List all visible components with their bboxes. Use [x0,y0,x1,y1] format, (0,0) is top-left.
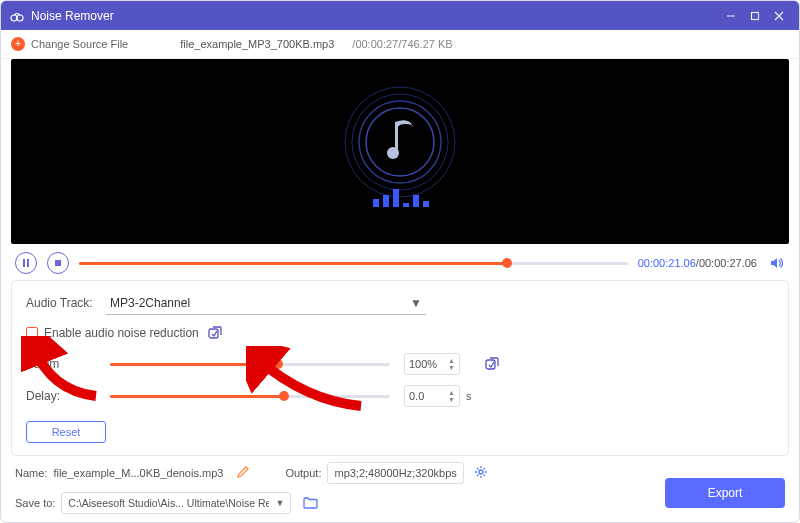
save-to-label: Save to: [15,497,55,509]
volume-slider[interactable] [110,356,390,372]
settings-panel: Audio Track: MP3-2Channel ▼ Enable audio… [11,280,789,456]
svg-rect-13 [393,189,399,207]
preview-area [11,59,789,244]
export-button[interactable]: Export [665,478,785,508]
volume-label: Volum [26,357,106,371]
change-source-label: Change Source File [31,38,128,50]
app-title: Noise Remover [31,9,719,23]
transport-bar: 00:00:21.06/00:00:27.06 [1,244,799,280]
audio-track-select[interactable]: MP3-2Channel ▼ [106,291,426,315]
timecode: 00:00:21.06/00:00:27.06 [638,257,757,269]
svg-point-9 [366,108,434,176]
volume-row: Volum 100%▲▼ [26,353,774,375]
svg-rect-21 [486,360,495,369]
enable-noise-row: Enable audio noise reduction [26,325,774,341]
delay-unit: s [466,390,476,402]
delay-slider[interactable] [110,388,390,404]
svg-rect-16 [423,201,429,207]
filebar: + Change Source File file_example_MP3_70… [1,30,799,59]
svg-rect-3 [752,12,759,19]
change-source-button[interactable]: + Change Source File [11,37,128,51]
svg-point-6 [345,87,455,197]
volume-spinner[interactable]: ▲▼ [448,357,455,371]
stop-button[interactable] [47,252,69,274]
app-logo-icon [9,8,25,24]
svg-rect-19 [55,260,61,266]
volume-value-input[interactable]: 100%▲▼ [404,353,460,375]
output-label: Output: [285,467,321,479]
output-settings-icon[interactable] [474,465,488,481]
titlebar: Noise Remover [1,1,799,30]
volume-compare-icon[interactable] [484,356,500,372]
svg-rect-18 [27,259,29,267]
close-button[interactable] [767,6,791,26]
delay-row: Delay: 0.0▲▼ s [26,385,774,407]
audio-track-row: Audio Track: MP3-2Channel ▼ [26,291,774,315]
edit-name-icon[interactable] [237,466,249,480]
save-to-value: C:\Aiseesoft Studio\Ais... Ultimate\Nois… [68,497,269,509]
music-visualizer-icon [315,67,485,237]
reset-button[interactable]: Reset [26,421,106,443]
svg-rect-15 [413,195,419,207]
svg-point-8 [359,101,441,183]
delay-label: Delay: [26,389,106,403]
file-stats: /00:00:27/746.27 KB [352,38,452,50]
svg-point-22 [479,470,483,474]
delay-spinner[interactable]: ▲▼ [448,389,455,403]
enable-noise-label: Enable audio noise reduction [44,326,199,340]
name-label: Name: [15,467,47,479]
pause-button[interactable] [15,252,37,274]
svg-point-10 [387,147,399,159]
compare-icon[interactable] [207,325,223,341]
chevron-down-icon: ▼ [410,296,422,310]
audio-track-label: Audio Track: [26,296,106,310]
svg-rect-11 [373,199,379,207]
output-format: mp3;2;48000Hz;320kbps [327,462,463,484]
app-window: Noise Remover + Change Source File file_… [0,0,800,523]
audio-track-value: MP3-2Channel [110,296,190,310]
speaker-icon[interactable] [767,256,785,270]
current-time: 00:00:21.06 [638,257,696,269]
save-to-select[interactable]: C:\Aiseesoft Studio\Ais... Ultimate\Nois… [61,492,291,514]
svg-point-1 [17,15,23,21]
minimize-button[interactable] [719,6,743,26]
output-name: file_example_M...0KB_denois.mp3 [53,467,223,479]
chevron-down-icon: ▼ [275,498,284,508]
seek-slider[interactable] [79,255,628,271]
svg-rect-14 [403,203,409,207]
open-folder-icon[interactable] [303,496,318,511]
delay-value-input[interactable]: 0.0▲▼ [404,385,460,407]
plus-icon: + [11,37,25,51]
svg-rect-12 [383,195,389,207]
svg-point-0 [11,15,17,21]
maximize-button[interactable] [743,6,767,26]
enable-noise-checkbox[interactable] [26,327,38,339]
svg-rect-17 [23,259,25,267]
svg-rect-20 [209,329,218,338]
total-time: 00:00:27.06 [699,257,757,269]
current-filename: file_example_MP3_700KB.mp3 [180,38,334,50]
